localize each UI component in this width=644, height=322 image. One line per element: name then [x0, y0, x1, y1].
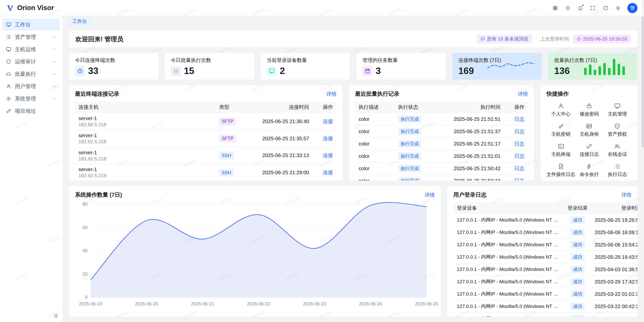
login-time: 2025-06-06 16:08:17	[591, 226, 637, 239]
sidebar-item-workbench[interactable]: 工作台	[3, 19, 60, 30]
connect-link[interactable]: 连接	[323, 153, 333, 158]
connect-time: 2025-06-25 21:33:13	[246, 147, 312, 164]
login-time: 2025-05-29 19:43:57	[591, 251, 637, 263]
quick-action-label: 主机管理	[608, 111, 627, 117]
svg-text:80: 80	[83, 202, 88, 207]
column-header: 执行时间	[437, 101, 504, 113]
quick-action-change-password[interactable]: 修改密码	[575, 103, 603, 117]
connect-link[interactable]: 连接	[323, 136, 333, 141]
bell-icon[interactable]	[575, 3, 586, 13]
sidebar-item-assets[interactable]: 资产管理	[3, 31, 60, 43]
svg-text:2025-06-19: 2025-06-19	[79, 301, 102, 306]
login-time: 2025-03-21 23:53:43	[591, 313, 637, 317]
scrollbar-thumb[interactable]	[642, 17, 644, 148]
settings-gear-icon[interactable]	[613, 3, 623, 13]
sidebar-item-audit[interactable]: 运维审计	[3, 56, 60, 67]
quick-action-label: 个人中心	[551, 111, 571, 117]
quick-action-connect-log[interactable]: 连接日志	[575, 143, 603, 158]
executions-detail-link[interactable]: 详情	[518, 91, 528, 97]
login-device: 127.0.0.1 - 内网IP - Mozilla/5.0 (Windows …	[453, 239, 564, 251]
assets-icon	[6, 34, 11, 40]
login-logs-detail-link[interactable]: 详情	[621, 192, 631, 198]
chevron-down-icon	[52, 35, 57, 39]
connect-time: 2025-06-25 21:35:57	[246, 130, 312, 147]
stat-label: 今日连接终端次数	[75, 57, 152, 64]
user-avatar[interactable]: 管	[627, 3, 637, 13]
login-device: 127.0.0.1 - 内网IP - Mozilla/5.0 (Windows …	[453, 276, 564, 288]
quick-action-host-terminal[interactable]: 主机终端	[547, 143, 575, 158]
sidebar-item-project-link[interactable]: 项目地址	[3, 105, 60, 117]
quick-action-file-op-log[interactable]: 文件操作日志	[547, 163, 575, 178]
apps-icon[interactable]	[550, 3, 560, 13]
quick-action-online-session[interactable]: 在线会话	[603, 143, 631, 158]
log-link[interactable]: 日志	[514, 153, 525, 159]
svg-text:40: 40	[83, 248, 88, 253]
stat-card-managed-tasks: 管理的任务数量3	[356, 53, 446, 80]
executions-sparkline	[584, 57, 632, 75]
execution-status-tag: 执行完成	[398, 115, 421, 123]
connection-row: server-1182.92.5.218SFTP2025-06-25 21:36…	[75, 113, 336, 130]
execution-row: color执行完成2025-06-25 21:51:01日志	[355, 150, 528, 162]
chart-detail-link[interactable]: 详情	[425, 192, 435, 198]
quick-action-asset-grant[interactable]: 资产授权	[603, 123, 631, 137]
panel-title: 系统操作数量 (7日)	[75, 191, 122, 199]
login-result-tag: 成功	[571, 278, 585, 285]
unread-messages-chip[interactable]: 您有 15 条未读消息	[477, 35, 532, 43]
project-link-icon	[6, 108, 11, 114]
login-device: 127.0.0.1 - 内网IP - Mozilla/5.0 (Windows …	[453, 313, 564, 317]
login-time: 2025-03-22 01:01:31	[591, 288, 637, 300]
quick-action-command-exec[interactable]: 命令执行	[575, 163, 603, 178]
quick-action-host-manage[interactable]: 主机管理	[603, 103, 631, 117]
stat-value: 2	[280, 66, 285, 76]
login-device: 127.0.0.1 - 内网IP - Mozilla/5.0 (Windows …	[453, 226, 564, 239]
log-link[interactable]: 日志	[514, 166, 525, 171]
refresh-icon[interactable]	[600, 3, 611, 13]
connect-link[interactable]: 连接	[323, 119, 333, 124]
log-link[interactable]: 日志	[514, 129, 525, 134]
chevron-down-icon	[52, 59, 57, 64]
quick-action-host-key[interactable]: 主机密钥	[547, 123, 575, 137]
connections-detail-link[interactable]: 详情	[326, 91, 336, 97]
quick-action-personal-center[interactable]: 个人中心	[547, 103, 575, 117]
breadcrumb-item-workbench[interactable]: 工作台	[69, 18, 90, 25]
last-login-time: 2025-06-25 19:26:55	[583, 36, 627, 42]
connections-sparkline	[486, 57, 536, 75]
sidebar-item-user-mgmt[interactable]: 用户管理	[3, 80, 60, 92]
log-link[interactable]: 日志	[514, 178, 525, 181]
execution-status-tag: 执行完成	[398, 152, 421, 160]
sidebar-item-host-ops[interactable]: 主机运维	[3, 43, 60, 55]
middle-row: 最近终端连接记录 详情 连接主机类型连接时间操作server-1182.92.5…	[69, 85, 637, 181]
quick-action-host-identity[interactable]: 主机身份	[575, 123, 603, 137]
sidebar-item-label: 资产管理	[15, 33, 36, 41]
login-result-tag: 成功	[571, 315, 585, 317]
scrollbar	[641, 0, 644, 322]
execution-status-tag: 执行完成	[398, 177, 421, 181]
execution-time: 2025-06-25 21:51:51	[437, 113, 504, 125]
theme-sun-icon[interactable]	[562, 3, 573, 13]
column-header: 登录结果	[564, 202, 591, 214]
connect-link[interactable]: 连接	[323, 170, 333, 175]
app-logo[interactable]: Orion Visor	[7, 4, 54, 12]
exec-log-icon	[614, 163, 621, 170]
login-time: 2025-04-03 01:36:58	[591, 263, 637, 276]
sidebar-item-batch-exec[interactable]: 批量执行	[3, 68, 60, 80]
login-device: 127.0.0.1 - 内网IP - Mozilla/5.0 (Windows …	[453, 214, 564, 226]
sidebar-item-label: 运维审计	[15, 58, 36, 65]
svg-text:60: 60	[83, 225, 88, 230]
panel-title: 最近批量执行记录	[355, 90, 399, 98]
app-title: Orion Visor	[17, 4, 54, 12]
log-link[interactable]: 日志	[514, 116, 525, 122]
divider	[536, 36, 536, 42]
online-session-icon	[614, 143, 621, 150]
last-login-time-chip: 2025-06-25 19:26:55	[573, 35, 631, 43]
collapse-sidebar-icon[interactable]	[53, 313, 58, 318]
connection-row: server-1182.92.5.218SSH2025-06-25 21:29:…	[75, 164, 336, 181]
sidebar-item-system-mgmt[interactable]: 系统管理	[3, 93, 60, 104]
quick-action-exec-log[interactable]: 执行日志	[603, 163, 631, 178]
login-log-row: 127.0.0.1 - 内网IP - Mozilla/5.0 (Windows …	[453, 214, 637, 226]
quick-action-label: 修改密码	[580, 111, 599, 117]
logo-icon	[7, 4, 14, 12]
execution-status-tag: 执行完成	[398, 128, 421, 135]
log-link[interactable]: 日志	[514, 141, 525, 147]
fullscreen-icon[interactable]	[588, 3, 598, 13]
